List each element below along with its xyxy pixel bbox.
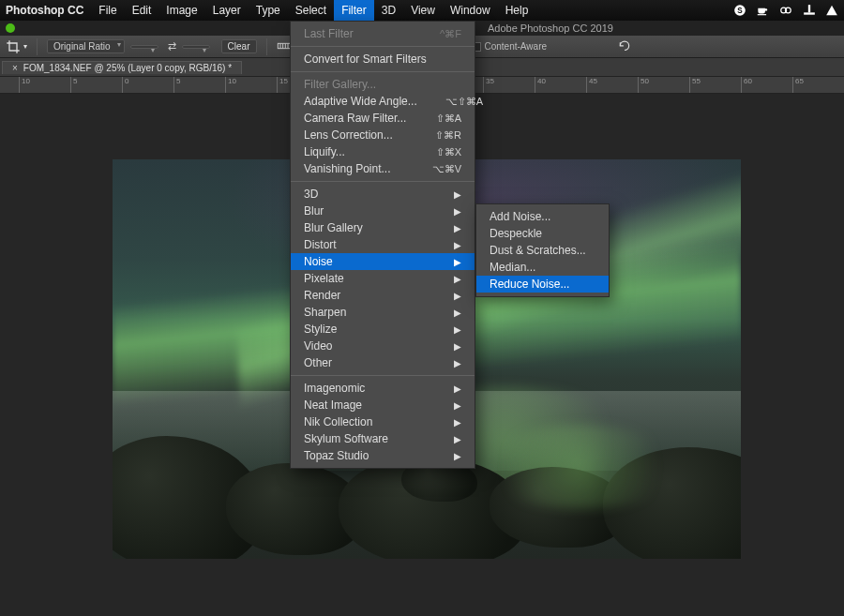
menu-type[interactable]: Type (249, 0, 288, 21)
menu-window[interactable]: Window (443, 0, 498, 21)
ruler-tick: 50 (638, 77, 649, 93)
ruler-tick: 5 (173, 77, 180, 93)
menu-view[interactable]: View (403, 0, 443, 21)
ruler-tick: 40 (535, 77, 546, 93)
app-name: Photoshop CC (6, 4, 83, 17)
filter-imagenomic-submenu[interactable]: Imagenomic▶ (291, 380, 475, 397)
filter-lens-correction[interactable]: Lens Correction...⇧⌘R (291, 127, 475, 143)
triangle-icon[interactable] (825, 4, 838, 17)
crop-tool-icon[interactable]: ▾ (6, 39, 27, 54)
menu-image[interactable]: Image (158, 0, 204, 21)
noise-despeckle[interactable]: Despeckle (476, 225, 609, 242)
ruler-tick: 15 (277, 77, 288, 93)
filter-sharpen-submenu[interactable]: Sharpen▶ (291, 304, 475, 321)
ruler-tick: 10 (19, 77, 30, 93)
filter-vanishing-point[interactable]: Vanishing Point...⌥⌘V (291, 160, 475, 177)
width-field[interactable] (130, 45, 158, 49)
svg-rect-7 (278, 43, 290, 48)
swap-icon[interactable]: ⇄ (168, 40, 176, 53)
filter-menu: Last Filter^⌘F Convert for Smart Filters… (290, 21, 475, 469)
filter-liquify[interactable]: Liquify...⇧⌘X (291, 143, 475, 160)
skype-icon[interactable]: S (733, 4, 746, 17)
close-tab-icon[interactable]: × (12, 63, 18, 73)
menu-layer[interactable]: Layer (205, 0, 249, 21)
ruler-tick: 55 (689, 77, 701, 93)
coffee-icon[interactable] (756, 4, 769, 17)
filter-neat-image-submenu[interactable]: Neat Image▶ (291, 397, 475, 413)
clear-button[interactable]: Clear (221, 39, 257, 53)
filter-adaptive-wide-angle[interactable]: Adaptive Wide Angle...⌥⇧⌘A (291, 93, 475, 110)
menu-edit[interactable]: Edit (125, 0, 159, 21)
filter-stylize-submenu[interactable]: Stylize▶ (291, 321, 475, 338)
share-icon[interactable] (803, 4, 816, 17)
filter-skylum-submenu[interactable]: Skylum Software▶ (291, 430, 475, 447)
filter-pixelate-submenu[interactable]: Pixelate▶ (291, 270, 475, 287)
filter-convert-smart[interactable]: Convert for Smart Filters (291, 51, 475, 68)
filter-filter-gallery: Filter Gallery... (291, 76, 475, 93)
content-aware-checkbox[interactable]: Content-Aware (472, 41, 548, 52)
filter-topaz-submenu[interactable]: Topaz Studio▶ (291, 447, 475, 464)
menu-3d[interactable]: 3D (374, 0, 403, 21)
filter-video-submenu[interactable]: Video▶ (291, 338, 475, 354)
ruler-tick: 65 (792, 77, 804, 93)
ruler-tick: 5 (70, 77, 77, 93)
filter-blur-submenu[interactable]: Blur▶ (291, 203, 475, 219)
filter-last-filter: Last Filter^⌘F (291, 25, 475, 42)
traffic-light-green[interactable] (6, 23, 15, 33)
filter-render-submenu[interactable]: Render▶ (291, 287, 475, 304)
filter-camera-raw[interactable]: Camera Raw Filter...⇧⌘A (291, 110, 475, 127)
ruler-tick: 10 (225, 77, 236, 93)
filter-3d-submenu[interactable]: 3D▶ (291, 186, 475, 203)
menu-help[interactable]: Help (498, 0, 536, 21)
ruler-tick: 45 (586, 77, 597, 93)
svg-rect-2 (758, 14, 766, 15)
menu-filter[interactable]: Filter (334, 0, 374, 21)
menu-bar: Photoshop CC File Edit Image Layer Type … (0, 0, 844, 21)
filter-other-submenu[interactable]: Other▶ (291, 354, 475, 371)
ruler-tick: 0 (122, 77, 128, 93)
cloud-icon[interactable] (778, 4, 793, 17)
height-field[interactable] (182, 45, 210, 49)
menu-file[interactable]: File (91, 0, 124, 21)
svg-rect-6 (804, 12, 815, 14)
filter-distort-submenu[interactable]: Distort▶ (291, 236, 475, 253)
ruler-tick: 35 (483, 77, 494, 93)
noise-median[interactable]: Median... (476, 259, 609, 276)
reset-icon[interactable] (617, 40, 632, 53)
noise-add-noise[interactable]: Add Noise... (476, 208, 609, 225)
svg-text:S: S (737, 7, 743, 15)
menu-select[interactable]: Select (288, 0, 334, 21)
window-title: Adobe Photoshop CC 2019 (488, 23, 613, 34)
aspect-ratio-dropdown[interactable]: Original Ratio (47, 39, 125, 53)
filter-noise-submenu[interactable]: Noise▶ (291, 253, 475, 270)
noise-dust-scratches[interactable]: Dust & Scratches... (476, 242, 609, 259)
noise-reduce-noise[interactable]: Reduce Noise... (476, 276, 609, 293)
system-tray: S (733, 4, 838, 17)
document-tab[interactable]: ×FOM_1834.NEF @ 25% (Layer 0 copy, RGB/1… (2, 61, 242, 74)
noise-submenu: Add Noise... Despeckle Dust & Scratches.… (475, 203, 610, 297)
filter-nik-collection-submenu[interactable]: Nik Collection▶ (291, 413, 475, 430)
filter-blur-gallery-submenu[interactable]: Blur Gallery▶ (291, 219, 475, 236)
svg-rect-5 (808, 5, 810, 12)
ruler-tick: 60 (741, 77, 752, 93)
